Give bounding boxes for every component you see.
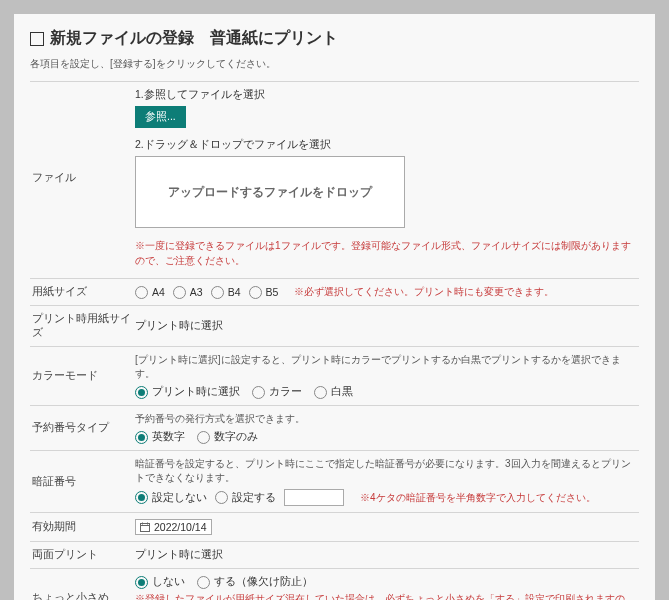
papersize-note: ※必ず選択してください。プリント時にも変更できます。 — [294, 285, 554, 299]
papersize-label: 用紙サイズ — [30, 285, 135, 299]
papersize-b5[interactable]: B5 — [249, 286, 279, 299]
expiry-value: 2022/10/14 — [154, 521, 207, 533]
file-label: ファイル — [30, 171, 135, 185]
pin-note: ※4ケタの暗証番号を半角数字で入力してください。 — [360, 491, 596, 505]
title-icon — [30, 32, 44, 46]
papersize-a4[interactable]: A4 — [135, 286, 165, 299]
pin-hint: 暗証番号を設定すると、プリント時にここで指定した暗証番号が必要になります。3回入… — [135, 457, 639, 485]
print-papersize-label: プリント時用紙サイズ — [30, 312, 135, 340]
papersize-a3[interactable]: A3 — [173, 286, 203, 299]
shrink-no[interactable]: しない — [135, 575, 185, 589]
colormode-label: カラーモード — [30, 369, 135, 383]
papersize-b4[interactable]: B4 — [211, 286, 241, 299]
calendar-icon — [140, 522, 150, 532]
file-dropzone[interactable]: アップロードするファイルをドロップ — [135, 156, 405, 228]
colormode-bw[interactable]: 白黒 — [314, 385, 353, 399]
reservetype-alnum[interactable]: 英数字 — [135, 430, 185, 444]
colormode-printtime[interactable]: プリント時に選択 — [135, 385, 240, 399]
file-step2-label: 2.ドラッグ＆ドロップでファイルを選択 — [135, 138, 639, 152]
colormode-hint: [プリント時に選択]に設定すると、プリント時にカラーでプリントするか白黒でプリン… — [135, 353, 639, 381]
subtitle: 各項目を設定し、[登録する]をクリックしてください。 — [30, 57, 639, 71]
colormode-color[interactable]: カラー — [252, 385, 302, 399]
shrink-label: ちょっと小さめ — [30, 591, 135, 600]
reservetype-hint: 予約番号の発行方式を選択できます。 — [135, 412, 639, 426]
dropzone-text: アップロードするファイルをドロップ — [168, 185, 372, 200]
reservetype-numonly[interactable]: 数字のみ — [197, 430, 258, 444]
reservetype-label: 予約番号タイプ — [30, 421, 135, 435]
shrink-note: ※登録したファイルが用紙サイズ混在していた場合は、必ずちょっと小さめを「する」設… — [135, 591, 639, 600]
pin-label: 暗証番号 — [30, 475, 135, 489]
pin-input[interactable] — [284, 489, 344, 506]
file-note: ※一度に登録できるファイルは1ファイルです。登録可能なファイル形式、ファイルサイ… — [135, 238, 639, 268]
expiry-field[interactable]: 2022/10/14 — [135, 519, 212, 535]
shrink-yes[interactable]: する（像欠け防止） — [197, 575, 313, 589]
print-papersize-value: プリント時に選択 — [135, 319, 639, 333]
pin-none[interactable]: 設定しない — [135, 491, 207, 505]
page-title: 新規ファイルの登録 普通紙にプリント — [30, 28, 639, 49]
title-text: 新規ファイルの登録 普通紙にプリント — [50, 28, 338, 49]
file-step1-label: 1.参照してファイルを選択 — [135, 88, 639, 102]
duplex-value: プリント時に選択 — [135, 548, 639, 562]
pin-set[interactable]: 設定する — [215, 491, 276, 505]
duplex-label: 両面プリント — [30, 548, 135, 562]
expiry-label: 有効期間 — [30, 520, 135, 534]
svg-rect-0 — [141, 524, 150, 532]
browse-button[interactable]: 参照... — [135, 106, 186, 128]
